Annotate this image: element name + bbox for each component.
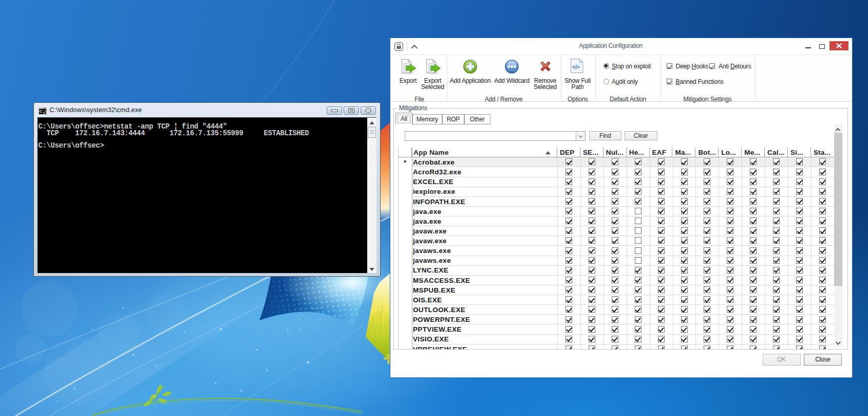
svg-text:</>: </>: [572, 64, 580, 70]
svg-text:C:\: C:\: [40, 110, 47, 114]
